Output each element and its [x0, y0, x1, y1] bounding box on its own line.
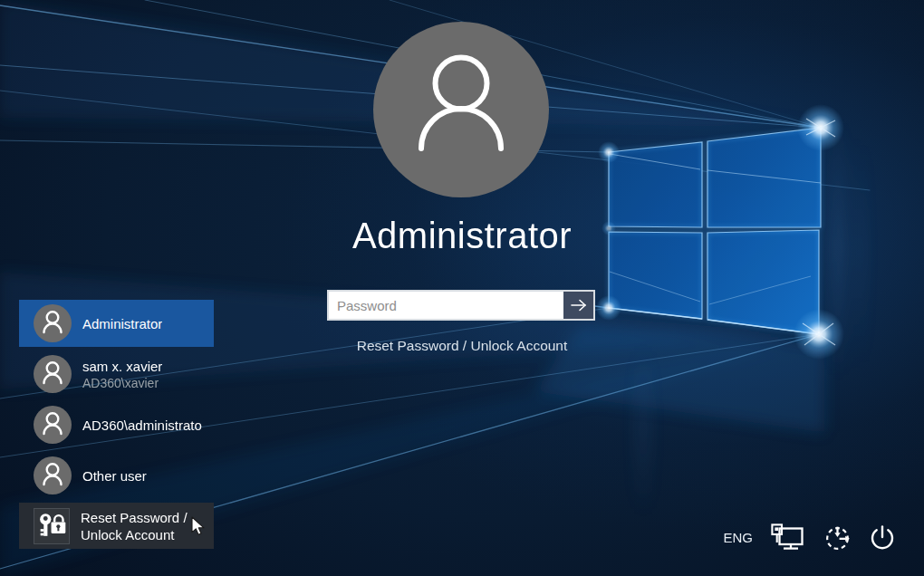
- key-lock-icon: [34, 508, 70, 544]
- password-row: [327, 290, 595, 321]
- user-list-item-other-user[interactable]: Other user: [19, 452, 214, 499]
- reset-item-line2: Unlock Account: [81, 526, 188, 543]
- user-avatar-icon: [34, 304, 72, 342]
- user-list-item-reset-password[interactable]: Reset Password / Unlock Account: [19, 503, 214, 549]
- password-input[interactable]: [329, 292, 563, 319]
- user-avatar-icon: [34, 406, 72, 444]
- user-name: Administrator: [82, 316, 162, 331]
- user-list-item-sam-xavier[interactable]: sam x. xavier AD360\xavier: [19, 350, 214, 398]
- language-indicator[interactable]: ENG: [723, 530, 753, 545]
- arrow-right-icon: [569, 297, 589, 313]
- user-name: AD360\administrato: [82, 418, 202, 433]
- ease-of-access-icon[interactable]: [823, 523, 852, 552]
- person-icon: [373, 22, 549, 197]
- reset-item-line1: Reset Password /: [81, 509, 188, 526]
- network-icon[interactable]: [771, 523, 807, 552]
- user-name: Other user: [82, 468, 147, 484]
- user-domain: AD360\xavier: [82, 376, 162, 390]
- user-avatar-icon: [34, 456, 72, 494]
- user-list-item-domain-administrator[interactable]: AD360\administrato: [19, 401, 214, 448]
- user-list-item-administrator[interactable]: Administrator: [19, 300, 214, 347]
- user-avatar-large: [373, 22, 549, 201]
- user-name: sam x. xavier: [82, 359, 162, 374]
- user-avatar-icon: [34, 355, 72, 393]
- login-status-bar: ENG: [723, 522, 897, 552]
- windows-login-screen: Administrator Reset Password / Unlock Ac…: [0, 0, 924, 576]
- power-icon[interactable]: [868, 523, 897, 552]
- user-list: Administrator sam x. xavier AD360\xavier…: [19, 300, 214, 552]
- signed-in-user-title: Administrator: [0, 216, 924, 256]
- submit-password-button[interactable]: [563, 292, 593, 319]
